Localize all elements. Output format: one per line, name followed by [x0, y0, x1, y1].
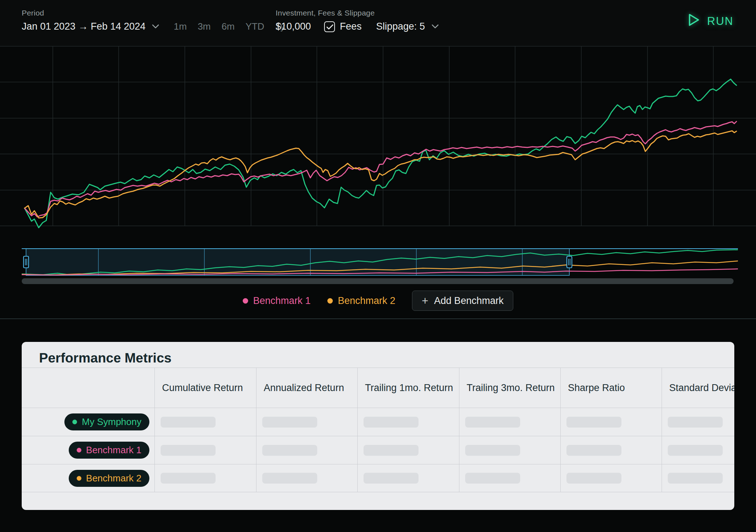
table-row-label: My Symphony	[22, 408, 154, 436]
corner-cell	[22, 368, 154, 408]
quick-ranges: 1m 3m 6m YTD 1y	[174, 21, 285, 32]
toolbar: Period Jan 01 2023 → Feb 14 2024 1m 3m 6…	[0, 0, 756, 46]
loading-skeleton	[668, 473, 723, 484]
navigator-scrollbar[interactable]	[22, 278, 734, 284]
loading-skeleton	[262, 445, 317, 456]
metric-cell	[256, 408, 357, 436]
timeline-navigator[interactable]	[0, 237, 756, 289]
plus-icon: +	[422, 295, 428, 306]
loading-skeleton	[668, 417, 723, 428]
range-6m[interactable]: 6m	[222, 21, 235, 32]
table-row-label: Benchmark 2	[22, 464, 154, 492]
run-button[interactable]: RUN	[688, 13, 734, 30]
my-symphony-dot-icon	[72, 420, 77, 424]
loading-skeleton	[465, 473, 520, 484]
column-header: Standard Deviation	[662, 368, 734, 408]
metric-cell	[560, 436, 662, 464]
metric-cell	[357, 436, 459, 464]
add-benchmark-label: Add Benchmark	[434, 295, 504, 306]
metric-cell	[560, 464, 662, 492]
column-header: Trailing 3mo. Return	[459, 368, 560, 408]
metric-cell	[662, 464, 734, 492]
legend-item-benchmark-1[interactable]: Benchmark 1	[243, 295, 311, 306]
section-divider	[0, 318, 756, 319]
legend-label: Benchmark 2	[338, 295, 395, 306]
metric-cell	[256, 464, 357, 492]
series-pill-benchmark-1[interactable]: Benchmark 1	[69, 442, 149, 459]
period-range-picker[interactable]: Jan 01 2023 → Feb 14 2024	[22, 21, 145, 32]
column-header: Trailing 1mo. Return	[357, 368, 459, 408]
legend-label: Benchmark 1	[253, 295, 311, 306]
loading-skeleton	[364, 445, 419, 456]
metric-cell	[459, 408, 560, 436]
navigator-selection[interactable]	[26, 249, 569, 275]
fees-label: Fees	[340, 21, 362, 32]
performance-chart	[0, 46, 756, 237]
range-3m[interactable]: 3m	[198, 21, 211, 32]
fees-checkbox[interactable]	[324, 21, 335, 32]
pill-label: Benchmark 2	[86, 473, 141, 484]
pill-label: My Symphony	[82, 416, 141, 428]
loading-skeleton	[465, 445, 520, 456]
navigator-right-handle[interactable]	[567, 256, 572, 268]
run-button-label: RUN	[707, 15, 734, 28]
metric-cell	[662, 408, 734, 436]
period-chevron-down-icon[interactable]	[152, 23, 159, 30]
chart-legend: Benchmark 1 Benchmark 2 + Add Benchmark	[0, 290, 756, 312]
loading-skeleton	[364, 473, 419, 484]
loading-skeleton	[465, 417, 520, 428]
add-benchmark-button[interactable]: + Add Benchmark	[412, 291, 513, 311]
column-header: Annualized Return	[256, 368, 357, 408]
investment-amount-field[interactable]: $10,000	[276, 21, 311, 32]
metrics-table: Cumulative Return Annualized Return Trai…	[22, 368, 734, 492]
range-1m[interactable]: 1m	[174, 21, 187, 32]
series-line-my-symphony	[25, 79, 736, 228]
metric-cell	[154, 464, 256, 492]
loading-skeleton	[566, 445, 621, 456]
loading-skeleton	[262, 417, 317, 428]
loading-skeleton	[566, 473, 621, 484]
performance-metrics-panel: Performance Metrics Cumulative Return An…	[22, 342, 734, 510]
loading-skeleton	[161, 445, 216, 456]
metric-cell	[154, 436, 256, 464]
metric-cell	[560, 408, 662, 436]
loading-skeleton	[161, 473, 216, 484]
metric-cell	[256, 436, 357, 464]
series-line-benchmark-2	[25, 131, 736, 218]
series-line-benchmark-1	[25, 121, 736, 217]
benchmark1-dot-icon	[77, 448, 81, 452]
benchmark2-dot-icon	[327, 298, 333, 304]
navigator-left-handle[interactable]	[24, 256, 29, 268]
loading-skeleton	[668, 445, 723, 456]
metric-cell	[459, 436, 560, 464]
slippage-chevron-down-icon[interactable]	[432, 23, 439, 30]
metric-cell	[154, 408, 256, 436]
column-header: Sharpe Ratio	[560, 368, 662, 408]
metric-cell	[662, 436, 734, 464]
slippage-dropdown[interactable]: Slippage: 5	[376, 21, 425, 32]
column-header: Cumulative Return	[154, 368, 256, 408]
series-pill-benchmark-2[interactable]: Benchmark 2	[69, 470, 149, 487]
legend-item-benchmark-2[interactable]: Benchmark 2	[327, 295, 395, 306]
metric-cell	[357, 408, 459, 436]
loading-skeleton	[262, 473, 317, 484]
table-row-label: Benchmark 1	[22, 436, 154, 464]
pill-label: Benchmark 1	[86, 445, 141, 456]
series-pill-my-symphony[interactable]: My Symphony	[64, 413, 149, 430]
benchmark2-dot-icon	[77, 476, 81, 481]
metric-cell	[459, 464, 560, 492]
play-icon	[688, 13, 701, 30]
period-label: Period	[22, 9, 44, 17]
range-ytd[interactable]: YTD	[246, 21, 264, 32]
loading-skeleton	[364, 417, 419, 428]
panel-title: Performance Metrics	[39, 351, 171, 366]
investment-section-label: Investment, Fees & Slippage	[276, 9, 375, 17]
benchmark1-dot-icon	[243, 298, 248, 304]
loading-skeleton	[161, 417, 216, 428]
loading-skeleton	[566, 417, 621, 428]
metric-cell	[357, 464, 459, 492]
